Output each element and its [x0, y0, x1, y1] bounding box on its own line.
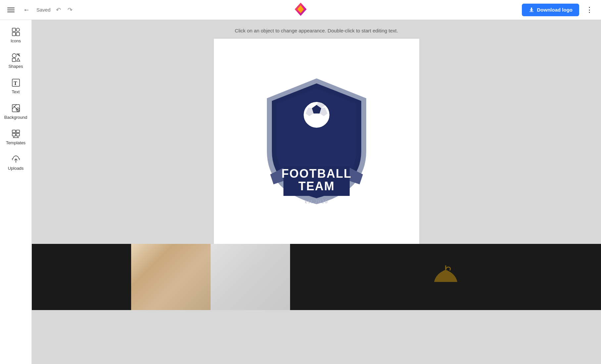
svg-point-3 — [16, 28, 20, 31]
brand-logo — [293, 2, 308, 17]
header-right: Download logo ⋮ — [301, 4, 596, 16]
canvas-card[interactable]: FOOTBALL TEAM est.2020 — [214, 39, 419, 244]
svg-point-6 — [12, 54, 16, 58]
header: ← Saved ↶ ↷ — [0, 0, 601, 20]
mockup-item-dark[interactable] — [32, 244, 131, 310]
saved-status: Saved — [36, 7, 51, 13]
hamburger-button[interactable] — [5, 6, 17, 14]
icons-label: Icons — [11, 38, 21, 43]
redo-button[interactable]: ↷ — [66, 5, 74, 15]
svg-rect-2 — [12, 28, 16, 31]
sidebar-item-text[interactable]: T Text — [0, 73, 31, 99]
uploads-label: Uploads — [8, 166, 24, 171]
svg-text:T: T — [14, 80, 17, 86]
sidebar-item-icons[interactable]: Icons — [0, 23, 31, 48]
svg-rect-4 — [12, 32, 16, 36]
mockup-item-light[interactable] — [211, 244, 290, 310]
sidebar-item-shapes[interactable]: Shapes — [0, 48, 31, 73]
svg-text:est.2020: est.2020 — [305, 199, 328, 204]
header-left: ← Saved ↶ ↷ — [5, 5, 301, 15]
mockup-strip — [32, 244, 601, 310]
hint-text: Click on an object to change appearance.… — [235, 28, 398, 33]
sidebar-item-background[interactable]: Background — [0, 99, 31, 124]
sidebar: Icons Shapes T — [0, 20, 32, 364]
download-button[interactable]: Download logo — [522, 4, 579, 16]
svg-rect-23 — [16, 133, 20, 136]
text-icon: T — [11, 78, 21, 87]
logo-svg[interactable]: FOOTBALL TEAM est.2020 — [250, 72, 383, 211]
sidebar-item-templates[interactable]: Templates — [0, 124, 31, 150]
background-icon — [11, 104, 21, 113]
svg-rect-21 — [16, 130, 20, 133]
text-label: Text — [12, 89, 20, 94]
canvas-wrapper: FOOTBALL TEAM est.2020 — [32, 39, 601, 364]
uploads-icon — [11, 155, 21, 164]
sidebar-item-uploads[interactable]: Uploads — [0, 150, 31, 175]
download-label: Download logo — [537, 7, 573, 13]
shapes-icon — [11, 53, 21, 62]
svg-rect-22 — [12, 133, 16, 136]
shapes-label: Shapes — [8, 64, 23, 69]
canvas-area: Click on an object to change appearance.… — [32, 20, 601, 364]
mockup-item-hanger[interactable] — [290, 244, 601, 310]
svg-text:FOOTBALL: FOOTBALL — [281, 167, 352, 180]
undo-button[interactable]: ↶ — [55, 5, 62, 15]
svg-rect-5 — [16, 32, 20, 36]
svg-marker-11 — [17, 58, 20, 61]
svg-rect-20 — [12, 130, 16, 133]
icons-icon — [11, 27, 21, 36]
download-icon — [528, 7, 534, 13]
logo-container[interactable]: FOOTBALL TEAM est.2020 — [244, 68, 389, 214]
more-options-button[interactable]: ⋮ — [583, 4, 596, 16]
svg-text:TEAM: TEAM — [298, 179, 335, 193]
templates-label: Templates — [6, 140, 25, 145]
templates-icon — [11, 129, 21, 138]
main-layout: Icons Shapes T — [0, 20, 601, 364]
header-center — [293, 2, 308, 18]
svg-rect-10 — [12, 58, 16, 62]
mockup-item-marble[interactable] — [131, 244, 211, 310]
background-label: Background — [4, 115, 27, 120]
hanger-icon — [432, 264, 459, 297]
back-button[interactable]: ← — [21, 5, 32, 15]
